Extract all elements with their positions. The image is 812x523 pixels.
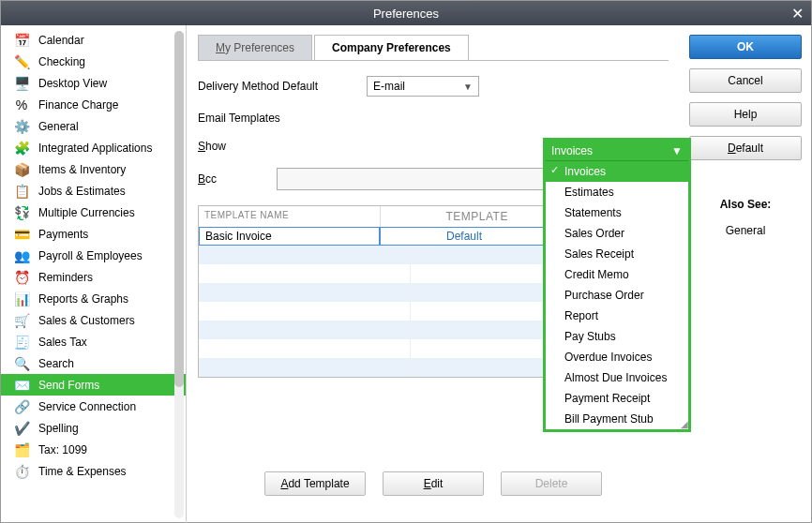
delete-button: Delete <box>501 471 602 496</box>
sidebar-item-label: Search <box>38 357 74 370</box>
cancel-button[interactable]: Cancel <box>689 68 802 93</box>
clipboard-icon: 📋 <box>12 182 31 201</box>
right-panel: OK Cancel Help Default Also See: General <box>680 25 811 523</box>
link-icon: 🔗 <box>12 397 31 416</box>
sidebar-item-label: Reports & Graphs <box>38 292 128 306</box>
edit-button[interactable]: Edit <box>383 471 484 496</box>
sidebar-item-payroll-employees[interactable]: 👥Payroll & Employees <box>1 245 186 266</box>
sidebar-item-multiple-currencies[interactable]: 💱Multiple Currencies <box>1 202 186 223</box>
template-action-buttons: Add Template Edit Delete <box>198 471 669 496</box>
help-button[interactable]: Help <box>689 102 802 127</box>
receipt-icon: 🧾 <box>12 333 31 351</box>
email-templates-row: Email Templates <box>198 112 669 125</box>
sidebar-item-label: Items & Inventory <box>38 163 126 176</box>
email-templates-label: Email Templates <box>198 112 367 125</box>
sidebar-item-reminders[interactable]: ⏰Reminders <box>1 266 186 288</box>
dropdown-option[interactable]: Pay Stubs <box>546 326 688 347</box>
tab-my-preferences[interactable]: My Preferences <box>198 35 312 60</box>
dropdown-option[interactable]: Credit Memo <box>546 264 688 285</box>
dropdown-option[interactable]: Almost Due Invoices <box>546 367 688 388</box>
puzzle-icon: 🧩 <box>12 139 31 157</box>
sidebar-item-label: Finance Charge <box>38 98 118 112</box>
sidebar-item-desktop-view[interactable]: 🖥️Desktop View <box>1 72 186 94</box>
sidebar-item-integrated-applications[interactable]: 🧩Integrated Applications <box>1 137 186 158</box>
dropdown-option[interactable]: Sales Order <box>546 223 688 244</box>
dropdown-option[interactable]: Invoices <box>546 161 688 182</box>
sidebar-item-calendar[interactable]: 📅Calendar <box>1 29 186 51</box>
show-dropdown[interactable]: Invoices ▼ InvoicesEstimatesStatementsSa… <box>543 138 691 432</box>
resize-handle-icon[interactable]: ◢ <box>681 419 688 429</box>
sidebar-item-items-inventory[interactable]: 📦Items & Inventory <box>1 158 186 180</box>
pencil-icon: ✏️ <box>12 52 31 71</box>
add-template-button[interactable]: Add Template <box>264 471 366 496</box>
sidebar-item-label: Calendar <box>38 34 84 47</box>
sidebar-item-sales-tax[interactable]: 🧾Sales Tax <box>1 331 186 352</box>
sidebar-item-label: Sales & Customers <box>38 314 135 327</box>
show-label: Show <box>198 140 367 153</box>
sidebar-item-spelling[interactable]: ✔️Spelling <box>1 417 186 439</box>
tab-company-preferences[interactable]: Company Preferences <box>314 35 469 60</box>
dropdown-option[interactable]: Purchase Order <box>546 285 688 306</box>
dropdown-option[interactable]: Bill Payment Stub <box>546 409 688 429</box>
dropdown-option[interactable]: Statements <box>546 202 688 223</box>
timer-icon: ⏱️ <box>12 462 31 481</box>
sidebar-item-label: General <box>38 120 79 133</box>
cell-template-name[interactable]: Basic Invoice <box>199 227 380 246</box>
ok-button[interactable]: OK <box>689 35 802 59</box>
card-icon: 💳 <box>12 225 31 244</box>
sidebar-item-label: Reminders <box>38 271 93 284</box>
sidebar-item-general[interactable]: ⚙️General <box>1 115 186 137</box>
also-see: Also See: General <box>687 198 804 237</box>
sidebar-item-checking[interactable]: ✏️Checking <box>1 51 186 72</box>
sidebar-item-send-forms[interactable]: ✉️Send Forms <box>1 374 186 396</box>
preferences-window: Preferences ✕ 📅Calendar✏️Checking🖥️Deskt… <box>0 0 812 523</box>
dropdown-option[interactable]: Overdue Invoices <box>546 347 688 367</box>
sidebar-item-search[interactable]: 🔍Search <box>1 352 186 374</box>
delivery-method-label: Delivery Method Default <box>198 80 367 93</box>
sidebar-item-service-connection[interactable]: 🔗Service Connection <box>1 396 186 417</box>
chevron-down-icon: ▼ <box>671 144 683 157</box>
sidebar-item-label: Integrated Applications <box>38 142 152 155</box>
percent-icon: % <box>12 96 31 114</box>
sidebar-item-label: Service Connection <box>38 400 136 413</box>
form-icon: 🗂️ <box>12 441 31 459</box>
also-see-link[interactable]: General <box>687 224 804 237</box>
desktop-icon: 🖥️ <box>12 74 31 93</box>
delivery-method-select[interactable]: E-mail ▼ <box>367 76 479 97</box>
sidebar-item-jobs-estimates[interactable]: 📋Jobs & Estimates <box>1 180 186 202</box>
sidebar-scrollbar[interactable] <box>174 31 184 518</box>
sidebar-item-label: Spelling <box>38 422 79 435</box>
dropdown-option[interactable]: Report <box>546 306 688 326</box>
sidebar-item-label: Jobs & Estimates <box>38 185 126 198</box>
sidebar-item-label: Payroll & Employees <box>38 249 143 262</box>
sidebar-item-sales-customers[interactable]: 🛒Sales & Customers <box>1 309 186 331</box>
dropdown-option[interactable]: Sales Receipt <box>546 244 688 264</box>
gear-icon: ⚙️ <box>12 117 31 136</box>
tab-bar: My Preferences Company Preferences <box>198 35 669 61</box>
sidebar-item-label: Tax: 1099 <box>38 443 87 456</box>
main-panel: My Preferences Company Preferences Deliv… <box>187 25 680 523</box>
col-template-name: TEMPLATE NAME <box>199 206 381 227</box>
close-icon[interactable]: ✕ <box>791 5 804 22</box>
default-button[interactable]: Default <box>689 136 802 160</box>
currency-icon: 💱 <box>12 203 31 222</box>
window-title: Preferences <box>373 7 439 21</box>
sidebar-scroll-thumb[interactable] <box>174 31 184 387</box>
sidebar-item-payments[interactable]: 💳Payments <box>1 223 186 245</box>
chart-icon: 📊 <box>12 290 31 308</box>
sidebar-item-time-expenses[interactable]: ⏱️Time & Expenses <box>1 460 186 482</box>
dropdown-list: InvoicesEstimatesStatementsSales OrderSa… <box>546 161 688 429</box>
check-icon: ✔️ <box>12 419 31 438</box>
sidebar-item-finance-charge[interactable]: %Finance Charge <box>1 94 186 115</box>
dropdown-option[interactable]: Payment Receipt <box>546 388 688 409</box>
dropdown-selected[interactable]: Invoices ▼ <box>546 141 688 161</box>
delivery-method-row: Delivery Method Default E-mail ▼ <box>198 76 669 97</box>
dropdown-option[interactable]: Estimates <box>546 182 688 202</box>
search-icon: 🔍 <box>12 354 31 373</box>
bcc-label: Bcc <box>198 172 277 186</box>
sidebar-item-label: Checking <box>38 55 85 68</box>
sidebar-item-reports-graphs[interactable]: 📊Reports & Graphs <box>1 288 186 309</box>
sidebar-item-label: Payments <box>38 228 88 241</box>
sidebar-item-tax-1099[interactable]: 🗂️Tax: 1099 <box>1 439 186 460</box>
sidebar-item-label: Desktop View <box>38 77 107 90</box>
